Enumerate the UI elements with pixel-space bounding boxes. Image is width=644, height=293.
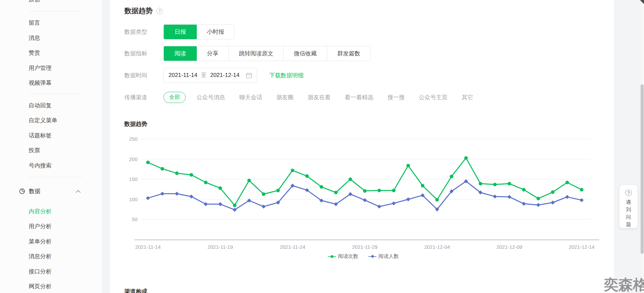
- data-point[interactable]: [421, 184, 425, 188]
- sidebar-item-analysis[interactable]: 菜单分析: [0, 234, 102, 249]
- help-icon[interactable]: ?: [156, 8, 163, 14]
- data-point[interactable]: [580, 188, 584, 192]
- data-point[interactable]: [536, 203, 540, 207]
- data-point[interactable]: [493, 183, 497, 186]
- sidebar-item[interactable]: 留言: [0, 16, 102, 31]
- sidebar-item[interactable]: 消息: [0, 30, 102, 46]
- sidebar-divider: [29, 177, 83, 177]
- vertical-scrollbar[interactable]: [640, 0, 644, 293]
- data-point[interactable]: [175, 192, 179, 196]
- data-point[interactable]: [392, 189, 396, 192]
- trend-chart: 501001502002502021-11-142021-11-192021-1…: [124, 133, 603, 252]
- channel-option[interactable]: 看一看精选: [345, 94, 373, 101]
- data-metric-tab[interactable]: 群发篇数: [327, 46, 370, 61]
- data-point[interactable]: [334, 191, 338, 194]
- channel-option[interactable]: 其它: [462, 94, 473, 101]
- data-point[interactable]: [377, 205, 381, 209]
- legend-item[interactable]: 阅读人数: [368, 253, 399, 260]
- data-point[interactable]: [508, 195, 512, 199]
- channel-option[interactable]: 全部: [163, 92, 186, 103]
- data-metric-tab[interactable]: 微信收藏: [283, 46, 327, 61]
- channel-option[interactable]: 朋友圈: [276, 94, 294, 101]
- scrollbar-thumb[interactable]: [641, 84, 644, 254]
- sidebar-item[interactable]: 赞赏: [0, 46, 102, 61]
- data-point[interactable]: [363, 198, 367, 202]
- channel-option[interactable]: 公众号消息: [196, 94, 225, 101]
- data-point[interactable]: [146, 161, 150, 164]
- data-point[interactable]: [522, 202, 526, 206]
- data-point[interactable]: [522, 188, 526, 192]
- data-point[interactable]: [291, 169, 295, 172]
- data-point[interactable]: [479, 182, 482, 186]
- sidebar-item[interactable]: 投票: [0, 143, 102, 158]
- sidebar-item-analysis[interactable]: 内容分析: [0, 204, 102, 219]
- data-point[interactable]: [189, 173, 193, 177]
- sidebar-item[interactable]: 话题标签: [0, 128, 102, 143]
- sidebar-group-1: 留言消息赞赏用户管理视频弹幕: [0, 16, 102, 91]
- data-metric-tab[interactable]: 阅读: [163, 46, 197, 61]
- data-point[interactable]: [464, 156, 468, 160]
- next-section-title: 渠道构成: [124, 288, 147, 293]
- data-point[interactable]: [580, 198, 584, 202]
- sidebar-item[interactable]: 自动回复: [0, 98, 102, 113]
- data-point[interactable]: [189, 194, 193, 198]
- data-point[interactable]: [348, 178, 352, 181]
- data-point[interactable]: [175, 171, 179, 175]
- data-point[interactable]: [247, 179, 251, 182]
- data-point[interactable]: [305, 174, 309, 178]
- data-point[interactable]: [435, 198, 439, 202]
- data-point[interactable]: [146, 196, 150, 200]
- data-point[interactable]: [204, 181, 208, 184]
- legend-item[interactable]: 阅读次数: [328, 253, 358, 260]
- data-point[interactable]: [565, 181, 569, 184]
- chevron-up-icon[interactable]: [75, 190, 81, 193]
- data-point[interactable]: [276, 189, 280, 192]
- data-point[interactable]: [551, 190, 555, 194]
- channel-option[interactable]: 聊天会话: [239, 94, 262, 101]
- data-point[interactable]: [262, 205, 266, 209]
- calendar-icon: [246, 73, 252, 78]
- download-data-link[interactable]: 下载数据明细: [269, 72, 304, 79]
- data-point[interactable]: [160, 192, 164, 196]
- data-point[interactable]: [161, 167, 164, 171]
- sidebar-item[interactable]: 视频弹幕: [0, 76, 102, 91]
- data-point[interactable]: [218, 202, 222, 206]
- sidebar-item[interactable]: 自定义菜单: [0, 113, 102, 128]
- feedback-button[interactable]: ? 遇到问题: [619, 185, 638, 228]
- data-point[interactable]: [262, 192, 266, 196]
- data-point[interactable]: [536, 197, 540, 201]
- data-point[interactable]: [406, 197, 410, 202]
- sidebar-group-2: 自动回复自定义菜单话题标签投票号内搜索: [0, 98, 102, 173]
- data-metric-tab[interactable]: 分享: [196, 46, 228, 61]
- sidebar-item-analysis[interactable]: 接口分析: [0, 264, 102, 279]
- filter-label: 数据类型: [124, 28, 163, 36]
- channel-option[interactable]: 搜一搜: [388, 94, 405, 101]
- sidebar-item-data[interactable]: 数据: [0, 184, 102, 199]
- data-metric-tab[interactable]: 跳转阅读原文: [228, 46, 283, 61]
- data-point[interactable]: [508, 182, 511, 186]
- data-point[interactable]: [392, 201, 396, 205]
- data-point[interactable]: [450, 175, 454, 178]
- sidebar-item[interactable]: 用户管理: [0, 60, 102, 76]
- data-point[interactable]: [233, 204, 237, 207]
- sidebar-item-analysis[interactable]: 网页分析: [0, 279, 102, 293]
- data-point[interactable]: [204, 202, 208, 206]
- data-type-tab[interactable]: 小时报: [196, 25, 234, 39]
- data-point[interactable]: [493, 194, 497, 198]
- end-date: 2021-12-14: [210, 72, 240, 79]
- data-type-tab[interactable]: 日报: [163, 24, 197, 39]
- channel-option[interactable]: 朋友在看: [308, 94, 331, 101]
- data-point[interactable]: [406, 164, 410, 167]
- data-point[interactable]: [363, 189, 367, 193]
- data-point[interactable]: [320, 185, 324, 189]
- data-point[interactable]: [551, 201, 555, 205]
- channel-option[interactable]: 公众号主页: [419, 94, 448, 101]
- date-range-picker[interactable]: 2021-11-14 至 2021-12-14: [163, 68, 257, 83]
- data-point[interactable]: [565, 195, 569, 199]
- sidebar-item-original[interactable]: 原创: [0, 0, 102, 7]
- sidebar-item-analysis[interactable]: 用户分析: [0, 219, 102, 234]
- sidebar-item[interactable]: 号内搜索: [0, 158, 102, 173]
- data-point[interactable]: [377, 189, 381, 192]
- sidebar-item-analysis[interactable]: 消息分析: [0, 249, 102, 264]
- data-point[interactable]: [218, 186, 222, 190]
